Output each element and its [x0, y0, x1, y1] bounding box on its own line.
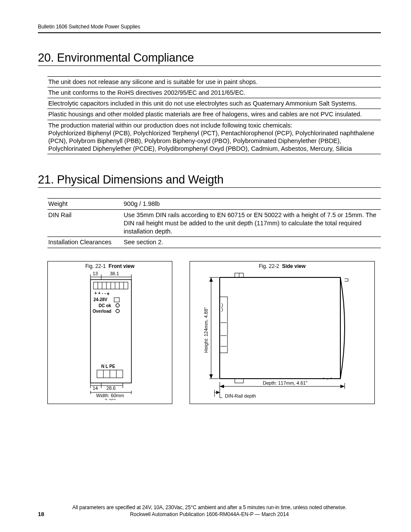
figure-prefix: Fig. 22-2	[259, 263, 279, 269]
svg-point-15	[116, 304, 119, 307]
overload-label: Overload	[93, 309, 111, 314]
compliance-cell: The production material within our produ…	[47, 120, 381, 154]
footer-note: All parameters are specified at 24V, 10A…	[38, 504, 381, 510]
compliance-cell: Electrolytic capacitors included in this…	[47, 98, 381, 109]
compliance-cell: The unit does not release any silicone a…	[47, 77, 381, 87]
svg-marker-32	[209, 374, 213, 379]
compliance-cell: Plastic housings and other molded plasti…	[47, 109, 381, 120]
header-title: Bulletin 1606 Switched Mode Power Suppli…	[38, 24, 140, 30]
page-footer: All parameters are specified at 24V, 10A…	[38, 504, 381, 517]
compliance-table: The unit does not release any silicone a…	[47, 76, 381, 154]
height-label: Height: 124mm, 4.88"	[203, 307, 209, 353]
svg-rect-36	[220, 297, 227, 353]
figure-prefix: Fig. 22-1	[85, 263, 106, 269]
figures-row: Fig. 22-1 Front view 13 38.1 + + - - ⏚	[47, 261, 381, 404]
dc-ok-label: DC ok	[99, 303, 111, 308]
table-row: Installation Clearances See section 2.	[47, 237, 381, 248]
dim-28-6: 28.6	[106, 386, 115, 391]
svg-marker-44	[220, 385, 224, 388]
figure-caption: Fig. 22-2 Side view	[190, 261, 374, 271]
dim-label: Weight	[47, 199, 123, 210]
dim-value: See section 2.	[123, 237, 381, 248]
table-row: Plastic housings and other molded plasti…	[47, 109, 381, 120]
svg-marker-48	[216, 391, 220, 394]
depth-label: Depth: 117mm, 4.61"	[263, 380, 308, 386]
table-row: The unit does not release any silicone a…	[47, 77, 381, 87]
width-in-label: 2.36"	[105, 398, 115, 400]
svg-rect-14	[114, 298, 119, 302]
table-row: The unit conforms to the RoHS directives…	[47, 87, 381, 98]
polarity-marks: + + - - ⏚	[94, 291, 110, 296]
svg-rect-40	[235, 379, 243, 383]
dim-14: 14	[93, 386, 98, 391]
side-view-diagram: Height: 124mm, 4.88"	[194, 271, 371, 400]
terminals-label: N L PE	[101, 364, 115, 369]
section-21-heading: 21. Physical Dimensions and Weigth	[38, 173, 381, 188]
table-row: DIN Rail Use 35mm DIN rails according to…	[47, 209, 381, 237]
table-row: Weight 900g / 1.98lb	[47, 199, 381, 210]
table-row: Electrolytic capacitors included in this…	[47, 98, 381, 109]
dim-13: 13	[93, 271, 98, 276]
table-row: The production material within our produ…	[47, 120, 381, 154]
width-label: Width: 60mm	[96, 393, 124, 398]
dim-label: Installation Clearances	[47, 237, 123, 248]
front-view-diagram: 13 38.1 + + - - ⏚ 24-28V DC ok Overload	[67, 271, 153, 400]
din-rail-label: DIN-Rail depth	[225, 393, 256, 398]
dim-value: Use 35mm DIN rails according to EN 60715…	[123, 209, 381, 237]
dim-label: DIN Rail	[47, 209, 123, 237]
svg-marker-31	[209, 277, 213, 282]
svg-point-16	[116, 309, 119, 313]
voltage-label: 24-28V	[93, 297, 108, 302]
dim-value: 900g / 1.98lb	[123, 199, 381, 210]
figure-title: Front view	[109, 263, 134, 269]
dim-38-1: 38.1	[110, 271, 119, 276]
svg-marker-45	[340, 385, 345, 388]
page-header: Bulletin 1606 Switched Mode Power Suppli…	[38, 24, 381, 33]
figure-front-view: Fig. 22-1 Front view 13 38.1 + + - - ⏚	[47, 261, 172, 404]
figure-title: Side view	[282, 263, 306, 269]
footer-publication: Rockwell Automation Publication 1606-RM0…	[38, 511, 381, 517]
compliance-cell: The unit conforms to the RoHS directives…	[47, 87, 381, 98]
svg-rect-33	[220, 277, 340, 379]
dimensions-table: Weight 900g / 1.98lb DIN Rail Use 35mm D…	[47, 198, 381, 248]
page-number: 18	[38, 511, 44, 517]
figure-caption: Fig. 22-1 Front view	[48, 261, 172, 271]
section-20-heading: 20. Environmental Compliance	[38, 51, 381, 66]
figure-side-view: Fig. 22-2 Side view Height: 124mm, 4.88"	[190, 261, 375, 404]
